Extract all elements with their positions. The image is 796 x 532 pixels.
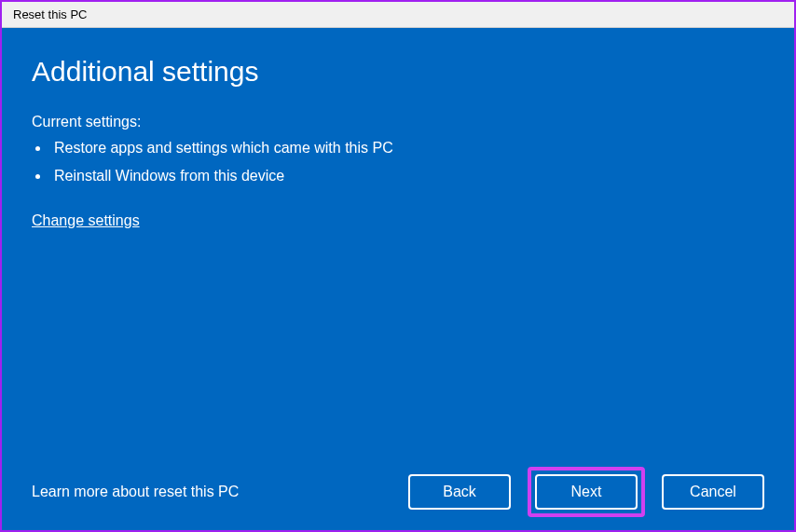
current-settings-label: Current settings: [32, 114, 764, 130]
window-title: Reset this PC [13, 7, 87, 21]
page-heading: Additional settings [32, 56, 764, 88]
content-area: Additional settings Current settings: Re… [2, 28, 794, 530]
highlight-annotation: Next [528, 467, 645, 517]
learn-more-link[interactable]: Learn more about reset this PC [32, 484, 239, 500]
next-button[interactable]: Next [535, 474, 638, 510]
list-item: Restore apps and settings which came wit… [50, 140, 764, 157]
titlebar: Reset this PC [2, 2, 794, 28]
button-row: Back Next Cancel [408, 474, 764, 510]
change-settings-link[interactable]: Change settings [32, 212, 764, 229]
reset-pc-window: Reset this PC Additional settings Curren… [0, 0, 796, 532]
settings-list: Restore apps and settings which came wit… [32, 140, 764, 196]
list-item: Reinstall Windows from this device [50, 168, 764, 184]
cancel-button[interactable]: Cancel [662, 474, 764, 510]
back-button[interactable]: Back [408, 474, 511, 510]
footer: Learn more about reset this PC Back Next… [32, 474, 764, 510]
